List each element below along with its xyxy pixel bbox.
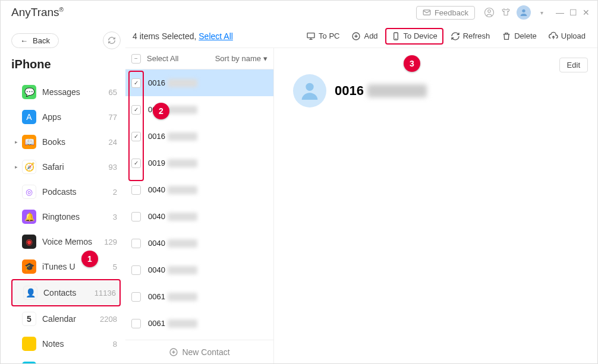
- phone-icon: [391, 31, 401, 41]
- contact-checkbox[interactable]: [131, 212, 141, 221]
- maximize-button[interactable]: ☐: [568, 7, 578, 18]
- to-device-button[interactable]: To Device: [385, 28, 443, 45]
- close-button[interactable]: ✕: [581, 7, 591, 18]
- redacted-text: [168, 319, 197, 328]
- contact-detail-pane: Edit 0016: [274, 48, 597, 363]
- podcasts-icon: ◎: [22, 185, 36, 199]
- ringtones-icon: 🔔: [22, 210, 36, 224]
- contact-checkbox[interactable]: ✓: [131, 78, 141, 88]
- contact-checkbox[interactable]: ✓: [131, 159, 141, 168]
- chevron-down-icon: ▾: [263, 54, 267, 63]
- annotation-3: 3: [404, 55, 420, 72]
- redacted-text: [168, 79, 197, 87]
- selection-count: 4 items Selected, Select All: [133, 31, 233, 41]
- avatar-icon[interactable]: [517, 5, 531, 20]
- contact-name-label: 0040: [148, 185, 165, 194]
- contact-name-label: 0040: [148, 212, 165, 221]
- arrow-left-icon: ←: [20, 36, 28, 45]
- shirt-icon[interactable]: [500, 7, 512, 18]
- contact-checkbox[interactable]: ✓: [131, 132, 141, 141]
- contact-row[interactable]: 0040: [125, 257, 273, 283]
- select-all-link[interactable]: Select All: [199, 31, 233, 41]
- upload-button[interactable]: Upload: [544, 29, 590, 43]
- svg-point-2: [488, 10, 491, 13]
- contact-name-label: 0016: [148, 132, 165, 141]
- redacted-text: [168, 132, 197, 141]
- back-button[interactable]: ← Back: [11, 33, 59, 48]
- contact-row[interactable]: 0040: [125, 230, 273, 257]
- sidebar-item-ringtones[interactable]: 🔔 Ringtones 3: [11, 204, 121, 229]
- books-icon: 📖: [22, 135, 36, 149]
- voicememos-icon: ◉: [22, 235, 36, 249]
- messages-icon: 💬: [22, 85, 36, 99]
- to-pc-button[interactable]: To PC: [301, 29, 344, 43]
- chevron-right-icon: ▸: [15, 139, 20, 145]
- sidebar-item-itunesu[interactable]: 🎓 iTunes U 5 1: [11, 254, 121, 279]
- sidebar-item-calendar[interactable]: 5 Calendar 2208: [11, 306, 121, 331]
- svg-point-3: [522, 10, 525, 12]
- sidebar-item-messages[interactable]: 💬 Messages 65: [11, 80, 121, 105]
- plus-circle-icon: [351, 31, 361, 41]
- contact-list-column: − Select All Sort by name ▾ ✓0016✓0016✓0…: [125, 48, 274, 363]
- sidebar-item-voicemail[interactable]: ⚮ Voice Mail: [11, 356, 121, 363]
- contact-name-label: 0040: [148, 265, 165, 274]
- contact-checkbox[interactable]: ✓: [131, 105, 141, 115]
- contact-row[interactable]: ✓0019: [125, 150, 273, 176]
- toolbar: 4 items Selected, Select All To PC Add T…: [125, 24, 597, 48]
- sidebar-item-contacts[interactable]: 👤 Contacts 11136: [11, 279, 121, 306]
- mail-icon: [423, 8, 431, 17]
- redacted-text: [168, 239, 197, 248]
- sidebar-item-apps[interactable]: A Apps 77: [11, 105, 121, 129]
- refresh-icon: [451, 31, 460, 41]
- annotation-1: 1: [81, 251, 98, 267]
- user-circle-icon[interactable]: [483, 7, 495, 18]
- redacted-text: [168, 213, 197, 221]
- contact-row[interactable]: ✓0016: [125, 69, 273, 96]
- svg-point-8: [306, 83, 313, 91]
- contact-name-label: 0061: [148, 319, 165, 328]
- contact-name-label: 0061: [148, 292, 165, 301]
- edit-button[interactable]: Edit: [559, 58, 588, 72]
- contact-checkbox[interactable]: [131, 265, 141, 275]
- sidebar-item-voicememos[interactable]: ◉ Voice Memos 129: [11, 229, 121, 254]
- refresh-sidebar-button[interactable]: [103, 31, 121, 49]
- contact-checkbox[interactable]: [131, 319, 141, 328]
- device-name: iPhone: [11, 58, 121, 71]
- sidebar-item-books[interactable]: ▸ 📖 Books 24: [11, 129, 121, 154]
- trash-icon: [502, 31, 511, 41]
- sidebar-item-podcasts[interactable]: ◎ Podcasts 2: [11, 179, 121, 204]
- sort-dropdown[interactable]: Sort by name ▾: [215, 54, 267, 63]
- contact-row[interactable]: 0040: [125, 176, 273, 203]
- contact-name-label: 0016: [148, 78, 165, 87]
- contact-checkbox[interactable]: [131, 185, 141, 195]
- contact-row[interactable]: ✓0016: [125, 96, 273, 123]
- sidebar: ← Back iPhone 💬 Messages 65 A Ap: [1, 24, 125, 363]
- add-button[interactable]: Add: [347, 29, 382, 43]
- redacted-text: [168, 293, 197, 301]
- feedback-button[interactable]: Feedback: [416, 6, 475, 20]
- plus-circle-icon: [169, 347, 178, 357]
- contact-name-label: 0019: [148, 159, 165, 167]
- new-contact-button[interactable]: New Contact: [125, 340, 273, 363]
- calendar-icon: 5: [22, 312, 36, 326]
- itunesu-icon: 🎓: [22, 259, 36, 274]
- sidebar-item-safari[interactable]: ▸ 🧭 Safari 93: [11, 154, 121, 179]
- sidebar-item-notes[interactable]: Notes 8: [11, 331, 121, 356]
- select-all-label: Select All: [147, 54, 178, 63]
- delete-button[interactable]: Delete: [497, 29, 542, 43]
- redacted-text: [168, 186, 197, 194]
- contact-row[interactable]: ✓0016: [125, 123, 273, 150]
- contact-checkbox[interactable]: [131, 239, 141, 248]
- chevron-down-icon[interactable]: ▾: [536, 7, 547, 18]
- contact-row[interactable]: 0040: [125, 203, 273, 230]
- contact-checkbox[interactable]: [131, 292, 141, 302]
- contact-avatar: [293, 74, 326, 107]
- refresh-button[interactable]: Refresh: [446, 29, 495, 43]
- contact-row[interactable]: 0061: [125, 310, 273, 337]
- contact-row[interactable]: 0061: [125, 283, 273, 310]
- minimize-button[interactable]: —: [555, 7, 565, 18]
- redacted-text: [168, 159, 197, 167]
- contact-name-label: 0040: [148, 239, 165, 248]
- select-all-checkbox[interactable]: −: [131, 54, 141, 64]
- contact-name: 0016: [335, 83, 427, 99]
